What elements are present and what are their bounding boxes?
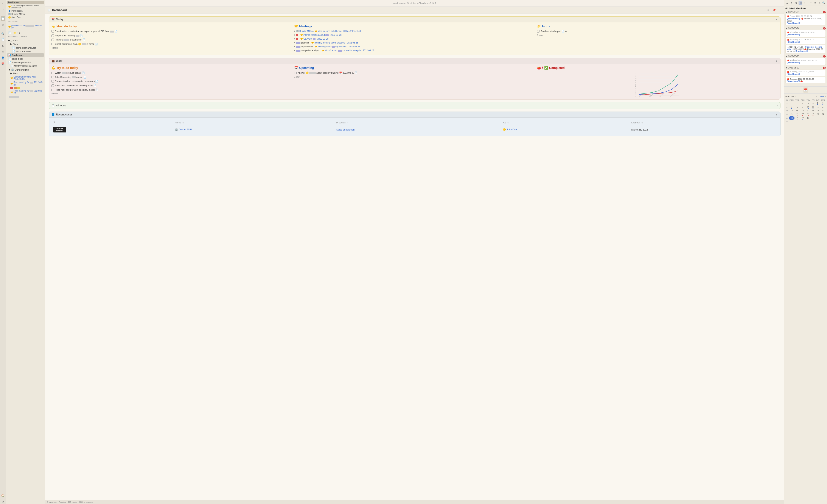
work-chevron[interactable]: ▼	[775, 60, 778, 62]
products-link[interactable]: Sales enablement	[336, 129, 355, 131]
cal-prev[interactable]: ‹	[816, 95, 817, 98]
tree-item-files-customers[interactable]: ▶Files	[9, 71, 44, 75]
recent-file-pam[interactable]: 👤Pam Beesly	[7, 9, 44, 12]
cal-day[interactable]: 26	[815, 112, 820, 116]
cal-day[interactable]	[800, 120, 806, 123]
recent-cases-header[interactable]: 📘 Recent cases ▼	[49, 112, 780, 117]
cal-day[interactable]: 7	[789, 105, 795, 109]
calendar-widget-icon[interactable]: 📅	[803, 88, 808, 93]
cal-day[interactable]: 4	[811, 101, 815, 105]
search-icon[interactable]: 🔍	[1, 32, 5, 36]
col-ae[interactable]: AE ⇅	[501, 120, 630, 125]
recent-cases-chevron[interactable]: ▼	[775, 113, 778, 116]
home-icon[interactable]: 🏠	[1, 493, 5, 498]
cal-day[interactable]: 13	[820, 105, 826, 109]
cal-day[interactable]: 30	[800, 116, 806, 120]
tree-item-inbox[interactable]: ▶_Inbox	[7, 39, 44, 42]
more-icon[interactable]: ⋯	[777, 8, 782, 12]
tree-item-competitor[interactable]: 📄 competitor analysis	[11, 46, 44, 50]
mention-date-0325[interactable]: ▼ 2022-03-25 1	[785, 11, 826, 13]
star-icon[interactable]: ☆	[1, 22, 5, 27]
tree-item-dashboard[interactable]: 📊Dashboard	[7, 53, 44, 57]
task-checkbox-4[interactable]	[51, 43, 54, 45]
cal-day-today[interactable]: 28	[789, 116, 795, 120]
mention-date-0322[interactable]: ▼ 2022-03-22 3	[785, 66, 826, 69]
row-expand[interactable]: DUNDERMIFFLIN	[51, 125, 173, 134]
col-products[interactable]: Products ⇅	[335, 120, 501, 125]
cal-day[interactable]	[806, 120, 811, 123]
history-icon[interactable]: 🕐	[1, 16, 5, 21]
tree-item-sales-org[interactable]: 📄Sales organisation	[7, 60, 44, 64]
cal-day[interactable]: 10	[806, 105, 811, 109]
cal-day[interactable]: 1	[794, 101, 800, 105]
tree-item-customers[interactable]: ▼🏢Dunder Mifflin	[7, 68, 44, 71]
tree-item-customer-meeting[interactable]: 🤝Customer meeting with - 2022-03-25	[9, 75, 44, 81]
task-checkbox-3[interactable]	[51, 39, 54, 41]
recent-file-johndoe[interactable]: 🟡John Doe	[7, 16, 44, 19]
cal-day[interactable]	[820, 116, 826, 120]
cal-day[interactable]: 19	[815, 109, 820, 112]
cal-day[interactable]	[811, 120, 815, 123]
pin-icon[interactable]: 📌	[772, 8, 776, 12]
graph-icon[interactable]: ◎	[1, 50, 5, 54]
recent-file-dashboard[interactable]: Dashboard	[7, 1, 44, 4]
cal-day[interactable]: 11	[811, 105, 815, 109]
col-sort-1[interactable]: ⇅	[51, 120, 173, 125]
list2-icon[interactable]: ═	[809, 1, 813, 5]
cal-day[interactable]	[811, 116, 815, 120]
cal-day[interactable]: 21	[789, 112, 795, 116]
tree-item-monthly-global[interactable]: 📄 Monthly global meetings	[9, 64, 44, 68]
cal-day[interactable]: 25	[811, 112, 815, 116]
task-checkbox-1[interactable]	[51, 30, 54, 33]
try-checkbox-2[interactable]	[51, 76, 54, 79]
upcoming-checkbox-1[interactable]	[294, 72, 297, 74]
recent-file-dunder[interactable]: 🏢Dunder Mifflin	[7, 12, 44, 16]
next-icon[interactable]: ›	[803, 1, 807, 5]
new-folder-icon[interactable]: 📁+	[13, 32, 18, 34]
cal-day[interactable]	[789, 120, 795, 123]
ae-link[interactable]: John Doe	[506, 128, 517, 131]
all-todos-row[interactable]: 📋 All todos ›	[49, 102, 780, 109]
tree-item-todo-inbox[interactable]: 📄Todo inbox	[7, 57, 44, 60]
today-chevron[interactable]: ▼	[775, 18, 778, 21]
cal-day[interactable]: 17	[806, 109, 811, 112]
tree-item-prep-24[interactable]: 🤝Prep meeting for 2022-03-24	[9, 81, 44, 86]
numbered-list-icon[interactable]: ≡	[790, 1, 793, 5]
cal-day[interactable]: 29	[794, 116, 800, 120]
cal-day[interactable]: 20	[820, 109, 826, 112]
task-checkbox-2[interactable]	[51, 35, 54, 37]
mention-date-0323[interactable]: ▼ 2022-03-23 1	[785, 55, 826, 57]
cal-day[interactable]	[820, 120, 826, 123]
cal-day[interactable]: 9	[800, 105, 806, 109]
try-checkbox-3[interactable]	[51, 80, 54, 83]
cal-next[interactable]: ›	[825, 95, 826, 98]
cal-day[interactable]: 14	[789, 109, 795, 112]
try-checkbox-1[interactable]	[51, 72, 54, 74]
cal-day[interactable]	[815, 116, 820, 120]
mention-date-0324[interactable]: ▼ 2022-03-24 3	[785, 27, 826, 30]
edit-icon[interactable]: ✏	[766, 8, 771, 12]
try-checkbox-4[interactable]	[51, 85, 54, 87]
cal-day[interactable]: 16	[800, 109, 806, 112]
cal-day[interactable]: 23	[800, 112, 806, 116]
cal-day[interactable]: 15	[794, 109, 800, 112]
list-icon[interactable]: ☰	[785, 1, 789, 5]
tag-icon[interactable]: 🏷	[1, 44, 5, 48]
col-name[interactable]: Name ⇅	[173, 120, 335, 125]
cal-day[interactable]: 6	[820, 101, 826, 105]
cal-day[interactable]: 5	[815, 101, 820, 105]
cal-day[interactable]: 18	[811, 109, 815, 112]
cal-day[interactable]: 8	[794, 105, 800, 109]
bullets-icon[interactable]: ≡	[813, 1, 817, 5]
cal-today-btn[interactable]: TODAY	[818, 95, 824, 98]
recent-file-presentation[interactable]: 🤝 presentation for 2022-03-29	[7, 24, 44, 29]
settings-icon[interactable]: ⚙	[1, 499, 5, 504]
sort-icon[interactable]: ↕	[19, 32, 20, 34]
cal-day[interactable]: 31	[806, 116, 811, 120]
sort2-icon[interactable]: ⇅	[818, 1, 821, 5]
calendar-icon-right[interactable]: ◫	[798, 1, 802, 5]
tree-item-prep-23[interactable]: 🤝Prep meeting for 2022-03-23	[9, 89, 44, 95]
work-section-header[interactable]: 💼 Work ▼	[49, 58, 780, 64]
sort-icon-right[interactable]: ⇅	[794, 1, 798, 5]
search-icon-right[interactable]: 🔍	[822, 1, 826, 5]
